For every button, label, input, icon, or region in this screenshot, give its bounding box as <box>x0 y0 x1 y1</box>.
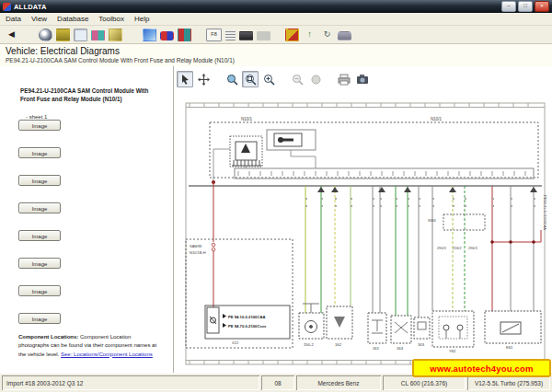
history-icon[interactable] <box>39 29 52 41</box>
sam-module-lower: SAM/M N10/1B-H PE 94.16.0-2100CAA PE 94.… <box>186 239 293 348</box>
back-icon[interactable]: ◀ <box>5 29 18 41</box>
refresh-icon[interactable]: ↻ <box>320 29 334 41</box>
bottom-components: 150-2 162 161 164 163 <box>299 304 541 353</box>
marker-icon[interactable] <box>285 29 299 41</box>
component-locations-note: Component Locations: Component Location … <box>18 333 158 359</box>
menu-toolbox[interactable]: Toolbox <box>98 15 124 23</box>
status-import-info: Import #18 2003-2012 Q3 12 <box>2 375 259 390</box>
status-engine: V12-5.5L Turbo (275.953) <box>467 375 550 390</box>
pan-icon[interactable] <box>195 71 212 87</box>
image-button-5[interactable]: Image <box>18 230 61 241</box>
select-cursor-icon[interactable] <box>177 71 193 87</box>
image-button-3[interactable]: Image <box>18 175 61 186</box>
menu-data[interactable]: Data <box>6 15 21 23</box>
svg-text:296/3: 296/3 <box>468 247 477 250</box>
f8-display-icon[interactable]: F8 <box>206 29 222 41</box>
image-button-8[interactable]: Image <box>18 313 61 324</box>
svg-text:150-2: 150-2 <box>304 342 314 347</box>
image-button-4[interactable]: Image <box>18 202 61 213</box>
svg-text:PE 94.70.0-2100Cxxx: PE 94.70.0-2100Cxxx <box>228 324 267 329</box>
diagram-toolbar <box>177 71 371 87</box>
component-locations-link[interactable]: See: Locations/Component Locations <box>61 352 153 357</box>
image-button-6[interactable]: Image <box>18 258 61 269</box>
tools-icon[interactable] <box>109 29 122 41</box>
status-code: 08 <box>261 375 294 390</box>
main-toolbar: ◀ F8 ↑ ↻ <box>0 26 552 44</box>
print-icon[interactable] <box>257 31 270 40</box>
content-area: PE94.21-U-2100CAA SAM Control Module Wit… <box>0 66 552 373</box>
open-folder-icon[interactable] <box>56 29 70 41</box>
copy-diagram-icon[interactable] <box>354 71 371 87</box>
ad-banner[interactable]: www.autotech4you.com <box>412 359 551 377</box>
module-label-2: N10/1 <box>431 117 443 121</box>
svg-text:216/2: 216/2 <box>453 247 462 250</box>
svg-text:K61: K61 <box>506 345 513 350</box>
status-model: CL 600 (216.376) <box>383 375 466 390</box>
vehicle-header: Vehicle: Electrical Diagrams PE94.21-U-2… <box>0 44 552 67</box>
camera-icon[interactable] <box>239 31 253 40</box>
svg-text:164: 164 <box>397 346 404 351</box>
note-lead: Component Locations: <box>18 334 78 340</box>
sw4-connector: SW4 <box>428 214 485 230</box>
svg-text:163: 163 <box>418 342 425 347</box>
image-button-1[interactable]: Image <box>18 120 61 131</box>
zoom-region-icon[interactable] <box>224 71 240 87</box>
module-label-1: N10/1 <box>241 117 253 121</box>
zoom-window-icon[interactable] <box>242 71 259 87</box>
minimize-button[interactable]: – <box>501 1 516 12</box>
close-button[interactable]: × <box>535 1 549 12</box>
image-button-7[interactable]: Image <box>18 285 61 296</box>
menu-view[interactable]: View <box>31 15 47 23</box>
junction-labels: 290/3 216/2 296/3 <box>437 247 477 250</box>
title-bar: ALLDATA – □ × <box>0 0 552 13</box>
page-subtitle: PE94.21-U-2100CAA SAM Control Module Wit… <box>6 57 546 64</box>
svg-text:SW4: SW4 <box>428 218 436 223</box>
side-reference: PE94.21-U-2100CAA <box>543 195 547 230</box>
thumbnails-icon[interactable] <box>91 30 105 40</box>
image-button-2[interactable]: Image <box>18 147 61 158</box>
svg-text:290/3: 290/3 <box>437 247 446 250</box>
image-button-list: Image Image Image Image Image Image Imag… <box>18 120 61 340</box>
svg-text:161: 161 <box>373 346 380 351</box>
page-title: Vehicle: Electrical Diagrams <box>6 46 546 56</box>
status-make: Mercedes Benz <box>296 375 381 390</box>
vehicle-icon[interactable] <box>338 31 351 40</box>
diagram-title: PE94.21-U-2100CAA SAM Control Module Wit… <box>20 86 160 104</box>
svg-text:X22: X22 <box>232 340 239 345</box>
alldata-window: ALLDATA – □ × Data View Database Toolbox… <box>0 0 552 392</box>
svg-text:Y62: Y62 <box>449 349 456 353</box>
image-view-icon[interactable] <box>74 29 87 41</box>
window-title: ALLDATA <box>14 3 500 11</box>
diagram-canvas[interactable]: N10/1 N10/1 <box>177 92 552 374</box>
print-diagram-icon[interactable] <box>336 71 352 87</box>
menu-bar: Data View Database Toolbox Help <box>0 13 552 26</box>
svg-text:N10/1B-H: N10/1B-H <box>190 250 206 255</box>
menu-database[interactable]: Database <box>57 15 88 23</box>
reset-view-icon[interactable] <box>307 71 324 87</box>
sam-module-top: N10/1 N10/1 <box>210 117 538 180</box>
maximize-button[interactable]: □ <box>518 1 533 12</box>
svg-text:162: 162 <box>335 342 342 347</box>
zoom-in-icon[interactable] <box>260 71 277 87</box>
promote-icon[interactable]: ↑ <box>303 29 316 41</box>
wires <box>212 180 541 317</box>
svg-text:SAM/M: SAM/M <box>190 244 201 248</box>
svg-text:PE 94.16.0-2100CAA: PE 94.16.0-2100CAA <box>228 315 266 319</box>
diagram-list-panel: PE94.21-U-2100CAA SAM Control Module Wit… <box>0 66 174 373</box>
view-glasses-icon[interactable] <box>160 31 174 40</box>
zoom-out-icon[interactable] <box>289 71 305 87</box>
bookmarks-icon[interactable] <box>178 29 191 41</box>
list-icon[interactable] <box>225 30 236 40</box>
diagram-panel: N10/1 N10/1 <box>174 66 552 373</box>
menu-help[interactable]: Help <box>134 15 149 23</box>
paint-icon[interactable] <box>143 29 156 41</box>
app-icon <box>3 3 11 11</box>
